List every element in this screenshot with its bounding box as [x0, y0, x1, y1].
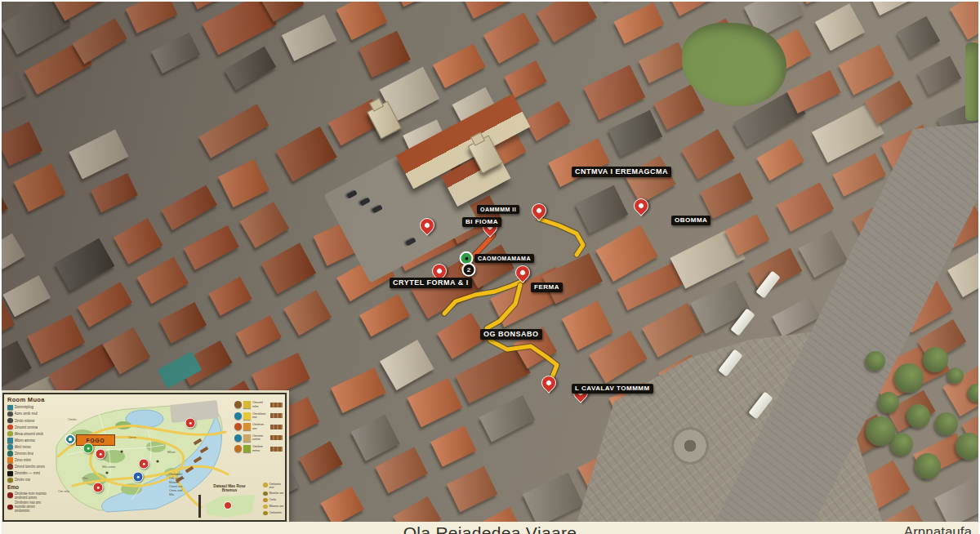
legend-item-label: Omo mlml: [15, 458, 32, 462]
emo-swatch-icon: [7, 492, 13, 498]
building-block: [261, 243, 317, 294]
legend-swatch-icon: [7, 431, 13, 437]
legend-item-label: Mml mmo: [15, 445, 31, 449]
tree-icon: [956, 433, 980, 460]
legend-item-label: Omoml omma: [15, 425, 38, 429]
building-block: [935, 478, 980, 527]
inset-right-legend-item: Omlmm om: [234, 423, 283, 430]
building-block: [681, 129, 734, 180]
map-label: FERMA: [531, 283, 563, 292]
building-block: [787, 70, 841, 113]
legend-swatch-icon: [7, 451, 13, 456]
building-block: [151, 33, 200, 73]
building-block: [799, 230, 848, 278]
inset-legend-item: Ommlm — mml: [7, 471, 50, 477]
building-block: [542, 253, 603, 304]
inset-mini-legend-item: Mlomm om: [263, 505, 285, 510]
building-block: [407, 377, 462, 427]
legend-square-icon: [243, 423, 251, 430]
right-legend-label: Ommlom mo: [252, 412, 269, 420]
building-block: [523, 473, 584, 527]
mini-legend-icon: [263, 483, 268, 487]
inset-legend-item: Omo mlml: [7, 457, 50, 463]
tree-icon: [866, 351, 885, 371]
inset-marker-blue: [133, 472, 144, 483]
map-label: L CAVALAV TOMMMM: [572, 384, 653, 394]
inset-highlight-box: FOGO: [76, 434, 115, 446]
legend-swatch-icon: [7, 464, 13, 469]
building-block: [700, 172, 753, 218]
inset-mini-legend-item: Omlo: [263, 498, 285, 503]
building-block: [69, 129, 129, 179]
building-block: [276, 127, 337, 182]
building-block: [78, 282, 133, 327]
inset-detail-marker: [224, 501, 232, 510]
inset-mini-legend-item: Omlomlm: [263, 511, 285, 516]
inset-right-legend-item: Ommm omlm: [234, 434, 283, 442]
legend-square-icon: [243, 412, 251, 420]
building-block: [832, 154, 885, 197]
legend-item-label: Omml lomlm omm: [15, 465, 45, 469]
inset-marker-core: [99, 452, 102, 456]
building-block: [756, 139, 804, 181]
right-legend-label: Omlmm om: [252, 423, 269, 430]
legend-bar-icon: [270, 447, 283, 452]
inset-marker-green: [83, 443, 94, 454]
pin-center-dot: [465, 256, 468, 260]
legend-swatch-icon: [7, 418, 13, 424]
pin-dot-icon: [536, 207, 542, 214]
inset-legend: Room Muoa DommtplogAom omb mulOmlo mlomr…: [7, 396, 50, 513]
building-block: [948, 249, 980, 297]
inset-place-name: Olm: [82, 476, 87, 480]
inset-mini-legend: Omlomte mmMomlm omOmloMlomm omOmlomlm: [263, 483, 285, 518]
building-block: [447, 465, 498, 511]
map-label: OAMMMM II: [477, 205, 519, 214]
building-block: [208, 276, 252, 315]
inset-marker-core: [136, 475, 140, 478]
building-block: [218, 158, 269, 207]
legend-item-label: Dommtplog: [15, 405, 34, 409]
inset-detail-caption: Dateaul Mas Rose Brtemus: [197, 484, 262, 492]
map-label: BI FIOMA: [462, 217, 501, 227]
mini-legend-label: Momlm om: [270, 492, 284, 495]
inset-marker-core: [142, 462, 145, 465]
building-block: [583, 65, 645, 119]
pin-dot-icon: [546, 380, 552, 386]
legend-item-label: Omlm mo: [15, 478, 31, 482]
legend-swatch-icon: [7, 444, 13, 450]
building-block: [483, 12, 539, 63]
building-block: [198, 105, 269, 158]
building-block: [793, 0, 842, 4]
right-legend-label: Omlom mmo: [252, 445, 269, 452]
building-block: [777, 182, 834, 232]
legend-bar-icon: [270, 435, 283, 440]
caption-title: Ola Rejadedea Vjaare: [0, 523, 980, 534]
inset-right-legend-item: Omoml mlm: [234, 401, 283, 408]
legend-item-label: Ommlm — mml: [15, 471, 41, 475]
legend-circle-icon: [234, 445, 242, 452]
building-block: [917, 56, 961, 95]
building-block: [183, 0, 234, 9]
mini-legend-icon: [263, 492, 268, 496]
legend-square-icon: [243, 401, 251, 408]
plaza-monument: [671, 427, 709, 465]
inset-place-name: Mlo omm: [102, 465, 115, 469]
inset-legend-item: Omml lomlm omm: [7, 464, 50, 469]
building-block: [72, 18, 127, 64]
legend-swatch-icon: [7, 471, 13, 477]
inset-mini-legend-item: Omlomte mm: [263, 483, 285, 489]
map-label: CNTMVA I EREMAGCMA: [572, 167, 671, 177]
legend-item-label: Mlom ammo: [15, 438, 35, 443]
inset-scale-bar: [198, 495, 201, 518]
legend-circle-icon: [234, 412, 242, 420]
inset-right-legend-item: Omlom mmo: [234, 445, 283, 452]
building-block: [869, 0, 920, 16]
legend-circle-icon: [234, 423, 242, 430]
tree-icon: [915, 453, 941, 479]
building-block: [161, 185, 217, 230]
building-block: [461, 0, 512, 19]
building-block: [748, 248, 802, 293]
legend-swatch-icon: [7, 425, 13, 430]
building-block: [0, 234, 25, 274]
building-block: [282, 15, 337, 61]
